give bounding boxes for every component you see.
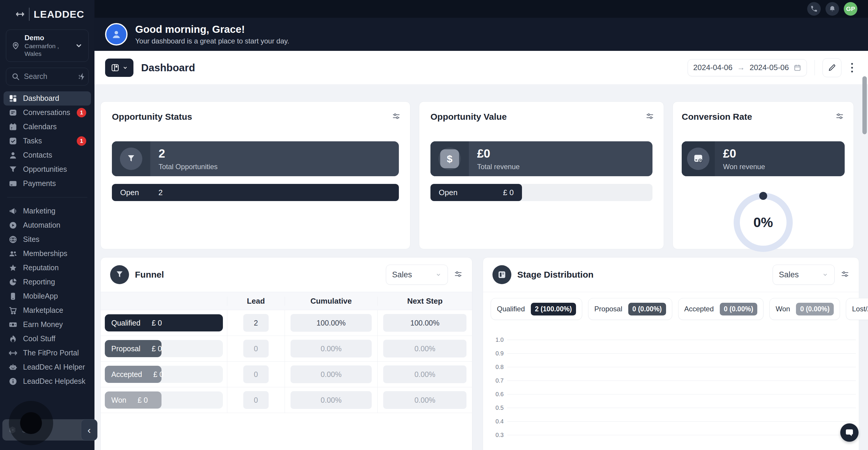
sidebar-item-mobileapp[interactable]: MobileApp <box>4 289 91 303</box>
funnel-row-won[interactable]: Won£ 0 0 0.00% 0.00% <box>101 387 472 413</box>
donut-marker-dot <box>760 192 767 200</box>
legend-qualified[interactable]: Qualified 2 (100.00%) <box>491 298 582 320</box>
user-avatar[interactable]: GP <box>844 2 857 16</box>
opportunity-value-card: Opportunity Value $ £0 Total revenue <box>419 102 664 249</box>
logo-divider <box>29 8 30 21</box>
edit-dashboard-button[interactable] <box>823 58 841 77</box>
y-tick: 0.7 <box>491 377 504 384</box>
legend-accepted[interactable]: Accepted 0 (0.00%) <box>678 298 764 320</box>
header-divider <box>814 60 815 76</box>
dashboard-canvas: Opportunity Status 2 Total Opportunities <box>94 84 868 450</box>
card-filter-sliders-icon[interactable] <box>835 112 844 122</box>
card-title: Opportunity Value <box>430 112 652 122</box>
legend-lost-abandoned[interactable]: Lost/Abandoned 0 (0.00%) <box>846 298 868 320</box>
card-title: Opportunity Status <box>112 112 399 122</box>
funnel-row-qualified[interactable]: Qualified£ 0 2 100.00% 100.00% <box>101 310 472 336</box>
sidebar-item-payments[interactable]: Payments <box>4 176 91 191</box>
greeting-banner: Good morning, Grace! Your dashboard is a… <box>94 18 868 51</box>
sidebar-item-marketing[interactable]: Marketing <box>4 204 91 218</box>
stage-filter-sliders-icon[interactable] <box>841 270 849 280</box>
charts-row: Funnel Sales Lead Cumulative Nex <box>100 257 859 450</box>
money-bill-icon <box>8 320 18 329</box>
floating-widget-bubble-inner <box>20 412 42 434</box>
calendar-small-icon <box>794 64 801 72</box>
phone-button[interactable] <box>807 2 821 16</box>
notifications-bell-button[interactable] <box>826 2 839 16</box>
location-switcher[interactable]: Demo Caernarfon , Wales <box>6 30 89 62</box>
floating-widget-bubble[interactable] <box>9 401 53 445</box>
info-icon <box>8 377 18 386</box>
greeting-subtitle: Your dashboard is a great place to start… <box>135 37 289 45</box>
sidebar-search[interactable] <box>6 68 89 85</box>
globe-icon <box>8 235 18 244</box>
card-filter-sliders-icon[interactable] <box>645 112 654 122</box>
payments-card-icon <box>8 179 18 188</box>
funnel-table-header: Lead Cumulative Next Step <box>101 292 472 310</box>
sidebar-item-calendars[interactable]: Calendars <box>4 120 91 134</box>
sidebar-item-ai-helper[interactable]: LeadDec AI Helper <box>4 360 91 374</box>
sidebar-item-marketplace[interactable]: Marketplace <box>4 303 91 317</box>
stage-distribution-card: Stage Distribution Sales Qualified 2 (10 <box>483 257 859 450</box>
y-tick: 0.3 <box>491 432 504 439</box>
sidebar-item-memberships[interactable]: Memberships <box>4 247 91 261</box>
legend-won[interactable]: Won 0 (0.00%) <box>769 298 840 320</box>
sidebar-item-fitpro-portal[interactable]: The FitPro Portal <box>4 346 91 360</box>
date-range-picker[interactable]: 2024-04-06 → 2024-05-06 <box>688 59 807 76</box>
conversations-icon <box>8 108 18 117</box>
conversion-donut: 0% <box>682 193 845 252</box>
sidebar-item-opportunities[interactable]: Opportunities <box>4 162 91 176</box>
funnel-card: Funnel Sales Lead Cumulative Nex <box>100 257 472 450</box>
sidebar-item-sites[interactable]: Sites <box>4 232 91 247</box>
star-icon <box>8 263 18 273</box>
more-options-button[interactable] <box>849 63 855 73</box>
funnel-row-accepted[interactable]: Accepted£ 0 0 0.00% 0.00% <box>101 362 472 387</box>
stage-pipeline-select[interactable]: Sales <box>773 264 835 285</box>
sidebar-item-helpdesk[interactable]: LeadDec Helpdesk <box>4 374 91 389</box>
card-filter-sliders-icon[interactable] <box>392 112 401 122</box>
dollar-stat-icon: $ <box>440 149 459 168</box>
search-input[interactable] <box>24 72 74 81</box>
stat-label: Total revenue <box>477 163 644 171</box>
location-sub: Caernarfon , Wales <box>25 42 70 58</box>
funnel-pipeline-select[interactable]: Sales <box>386 264 448 285</box>
location-name: Demo <box>25 33 70 42</box>
brand-name: LEADDEC <box>34 8 84 20</box>
dashboard-grid-icon <box>8 94 18 103</box>
y-tick: 0.8 <box>491 364 504 370</box>
stage-legend: Qualified 2 (100.00%) Proposal 0 (0.00%)… <box>483 292 859 322</box>
stat-value: £0 <box>723 147 836 160</box>
funnel-row-proposal[interactable]: Proposal£ 0 0 0.00% 0.00% <box>101 336 472 362</box>
wallet-check-icon <box>687 147 709 170</box>
col-cumulative: Cumulative <box>285 297 378 306</box>
stat-label: Won revenue <box>723 163 836 171</box>
y-tick: 1.0 <box>491 336 504 343</box>
sidebar-collapse-button[interactable]: ‹ <box>81 419 97 441</box>
sidebar-item-earn-money[interactable]: Earn Money <box>4 317 91 332</box>
sidebar-item-reporting[interactable]: Reporting <box>4 275 91 289</box>
vertical-scrollbar[interactable] <box>862 76 867 134</box>
sidebar-item-conversations[interactable]: Conversations 1 <box>4 106 91 120</box>
date-from[interactable]: 2024-04-06 <box>693 63 733 72</box>
sidebar-item-automation[interactable]: Automation <box>4 218 91 232</box>
open-value-track: Open £ 0 <box>430 184 652 201</box>
sidebar-item-reputation[interactable]: Reputation <box>4 261 91 275</box>
dashboard-layout-button[interactable] <box>105 59 133 77</box>
legend-proposal[interactable]: Proposal 0 (0.00%) <box>588 298 672 320</box>
funnel-title: Funnel <box>135 270 380 280</box>
funnel-filter-sliders-icon[interactable] <box>454 270 463 280</box>
tasks-badge: 1 <box>77 136 86 146</box>
calendar-icon <box>8 122 18 132</box>
date-to[interactable]: 2024-05-06 <box>750 63 789 72</box>
col-lead: Lead <box>227 297 285 306</box>
dumbbell-logo-icon <box>16 9 25 19</box>
sidebar: LEADDEC Demo Caernarfon , Wales <box>0 0 94 450</box>
chevron-down-icon <box>74 41 84 50</box>
sidebar-item-contacts[interactable]: Contacts <box>4 148 91 162</box>
y-tick: 0.9 <box>491 350 504 357</box>
tasks-check-icon <box>8 136 18 146</box>
chat-launcher-button[interactable] <box>840 423 859 442</box>
sidebar-item-tasks[interactable]: Tasks 1 <box>4 134 91 148</box>
won-revenue-stat: £0 Won revenue <box>682 141 845 176</box>
sidebar-item-cool-stuff[interactable]: Cool Stuff <box>4 332 91 346</box>
sidebar-item-dashboard[interactable]: Dashboard <box>4 91 91 106</box>
